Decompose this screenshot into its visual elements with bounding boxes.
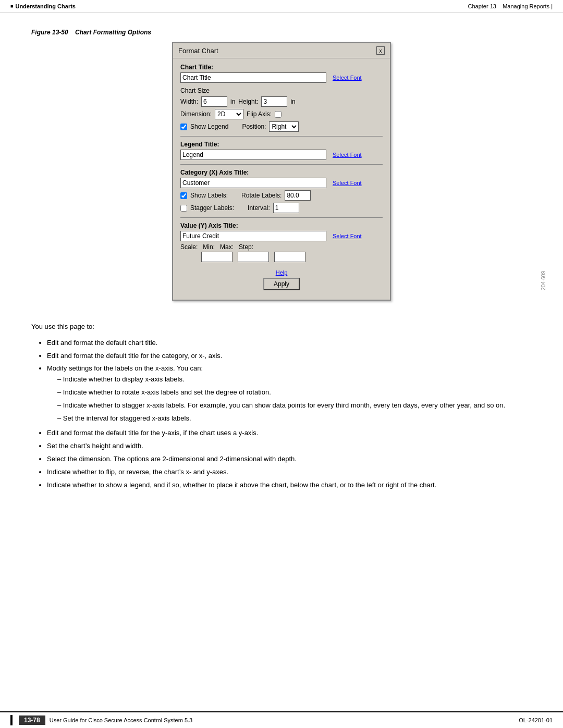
chart-size-section: Chart Size Width: in Height: in Dimensio… bbox=[180, 87, 383, 132]
list-item: Modify settings for the labels on the x-… bbox=[47, 363, 532, 424]
legend-title-section: Legend Title: Select Font bbox=[180, 141, 383, 160]
dash-item: Indicate whether to stagger x-axis label… bbox=[57, 400, 532, 411]
rotate-labels-label: Rotate Labels: bbox=[241, 192, 282, 199]
legend-input[interactable] bbox=[180, 150, 326, 160]
footer-left: 13-78 User Guide for Cisco Secure Access… bbox=[10, 715, 192, 725]
list-item: Indicate whether to flip, or reverse, th… bbox=[47, 467, 532, 478]
height-label: Height: bbox=[238, 98, 258, 105]
value-axis-section: Value (Y) Axis Title: Select Font Scale:… bbox=[180, 222, 383, 262]
watermark: 204-609 bbox=[541, 271, 546, 290]
scale-step-input[interactable] bbox=[274, 252, 305, 262]
width-input[interactable] bbox=[201, 96, 227, 107]
dash-list: Indicate whether to display x-axis label… bbox=[47, 374, 532, 424]
dimension-select[interactable]: 2D 3D bbox=[215, 109, 243, 119]
footer-doc-title: User Guide for Cisco Secure Access Contr… bbox=[50, 717, 193, 723]
help-link[interactable]: Help bbox=[180, 269, 383, 276]
bullet-list-2: Edit and format the default title for th… bbox=[31, 428, 532, 490]
chart-title-section: Chart Title: Select Font bbox=[180, 64, 383, 83]
show-labels-label: Show Labels: bbox=[190, 192, 228, 199]
dash-item: Set the interval for staggered x-axis la… bbox=[57, 413, 532, 424]
intro-paragraph: You use this page to: bbox=[31, 322, 532, 332]
main-content: Figure 13-50 Chart Formatting Options Fo… bbox=[0, 18, 563, 322]
body-text: You use this page to: Edit and format th… bbox=[0, 322, 563, 490]
list-item: Indicate whether to show a legend, and i… bbox=[47, 480, 532, 491]
chart-size-label: Chart Size bbox=[180, 87, 383, 94]
chart-title-label: Chart Title: bbox=[180, 64, 383, 71]
stagger-labels-checkbox[interactable] bbox=[180, 205, 187, 212]
format-chart-dialog: Format Chart x Chart Title: Select Font bbox=[172, 42, 391, 301]
in-label-1: in bbox=[230, 98, 235, 105]
list-item: Edit and format the default title for th… bbox=[47, 428, 532, 439]
max-label: Max: bbox=[220, 243, 234, 251]
step-label: Step: bbox=[239, 243, 253, 251]
scale-min-group: Min: bbox=[203, 243, 215, 251]
stagger-labels-label: Stagger Labels: bbox=[190, 204, 234, 212]
flip-axis-label: Flip Axis: bbox=[247, 110, 272, 118]
list-item: Select the dimension. The options are 2-… bbox=[47, 454, 532, 465]
show-legend-checkbox[interactable] bbox=[180, 124, 187, 130]
value-axis-label: Value (Y) Axis Title: bbox=[180, 222, 383, 229]
in-label-2: in bbox=[290, 98, 295, 105]
dialog-wrapper: Format Chart x Chart Title: Select Font bbox=[31, 42, 532, 301]
position-select[interactable]: Right Left Above Below bbox=[269, 121, 299, 132]
width-label: Width: bbox=[180, 98, 198, 105]
select-font-legend-link[interactable]: Select Font bbox=[333, 152, 362, 158]
category-input[interactable] bbox=[180, 178, 326, 188]
footer-ol-number: OL-24201-01 bbox=[519, 717, 553, 723]
position-label: Position: bbox=[242, 123, 266, 130]
scale-max-group: Max: bbox=[220, 243, 234, 251]
dash-item: Indicate whether to display x-axis label… bbox=[57, 374, 532, 385]
bullet-list-1: Edit and format the default chart title.… bbox=[31, 338, 532, 424]
dialog-body: Chart Title: Select Font Chart Size Widt… bbox=[173, 58, 390, 300]
select-font-value-link[interactable]: Select Font bbox=[333, 233, 362, 239]
legend-title-label: Legend Title: bbox=[180, 141, 383, 148]
scale-label: Scale: bbox=[180, 243, 198, 251]
close-button[interactable]: x bbox=[376, 46, 385, 55]
scale-step-group: Step: bbox=[239, 243, 253, 251]
dialog-titlebar: Format Chart x bbox=[173, 43, 390, 58]
dimension-label: Dimension: bbox=[180, 110, 212, 118]
show-legend-label: Show Legend bbox=[190, 123, 228, 130]
dialog-title: Format Chart bbox=[178, 47, 218, 55]
section-header-left: ■ Understanding Charts bbox=[10, 3, 76, 9]
apply-button[interactable]: Apply bbox=[263, 278, 300, 290]
dash-item: Indicate whether to rotate x-axis labels… bbox=[57, 387, 532, 398]
list-item: Edit and format the default chart title. bbox=[47, 338, 532, 349]
figure-caption: Figure 13-50 Chart Formatting Options bbox=[31, 29, 532, 36]
category-axis-label: Category (X) Axis Title: bbox=[180, 169, 383, 176]
value-axis-input[interactable] bbox=[180, 231, 326, 241]
list-item: Set the chart’s height and width. bbox=[47, 441, 532, 452]
chapter-info: Chapter 13 Managing Reports | bbox=[468, 3, 553, 9]
interval-input[interactable] bbox=[273, 203, 299, 213]
page-number: 13-78 bbox=[19, 715, 45, 725]
show-labels-checkbox[interactable] bbox=[180, 192, 187, 199]
interval-label: Interval: bbox=[248, 204, 270, 212]
category-axis-section: Category (X) Axis Title: Select Font Sho… bbox=[180, 169, 383, 213]
dialog-footer: Help Apply bbox=[180, 266, 383, 292]
page-footer: 13-78 User Guide for Cisco Secure Access… bbox=[0, 711, 563, 728]
chart-title-input[interactable] bbox=[180, 72, 326, 83]
height-input[interactable] bbox=[261, 96, 287, 107]
scale-max-input[interactable] bbox=[238, 252, 269, 262]
scale-min-input[interactable] bbox=[201, 252, 232, 262]
rotate-labels-input[interactable] bbox=[285, 190, 311, 201]
select-font-chart-link[interactable]: Select Font bbox=[333, 75, 362, 81]
flip-axis-checkbox[interactable] bbox=[275, 111, 282, 118]
list-item: Edit and format the default title for th… bbox=[47, 351, 532, 362]
min-label: Min: bbox=[203, 243, 215, 251]
select-font-category-link[interactable]: Select Font bbox=[333, 180, 362, 186]
